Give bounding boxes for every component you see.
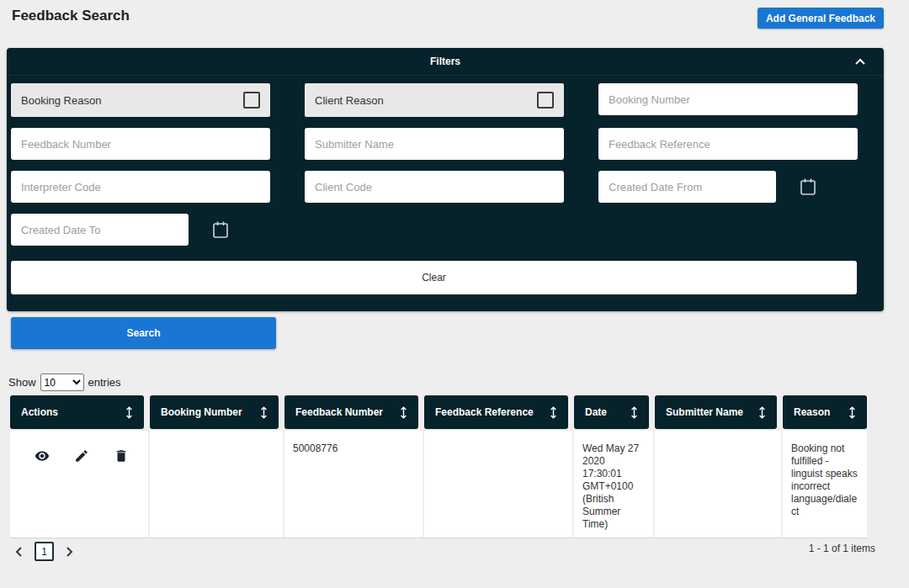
booking-reason-label: Booking Reason (21, 94, 101, 107)
feedback-number-input[interactable] (11, 128, 270, 160)
column-header-booking-number[interactable]: Booking Number (150, 395, 279, 429)
chevron-left-icon[interactable] (13, 545, 25, 559)
created-date-to-input[interactable] (11, 214, 189, 246)
actions-cell (10, 431, 148, 538)
trash-icon[interactable] (114, 448, 129, 464)
eye-icon[interactable] (35, 448, 50, 464)
filters-row-3 (11, 171, 884, 203)
submitter-name-input[interactable] (305, 128, 564, 160)
filters-header: Filters (7, 48, 884, 76)
client-reason-checkbox[interactable] (537, 92, 554, 109)
column-header-feedback-reference[interactable]: Feedback Reference (424, 395, 568, 429)
submitter-name-cell (655, 431, 781, 538)
sort-icon[interactable] (400, 406, 407, 419)
entries-row: Show 10 entries (8, 373, 121, 391)
page-size-select[interactable]: 10 (40, 373, 84, 391)
pagination: 1 (13, 542, 75, 561)
sort-icon[interactable] (758, 406, 766, 419)
feedback-reference-input[interactable] (598, 128, 858, 160)
page-number-button[interactable]: 1 (35, 542, 54, 561)
show-label: Show (8, 376, 36, 389)
column-header-feedback-number[interactable]: Feedback Number (284, 395, 418, 429)
date-cell: Wed May 27 2020 17:30:01 GMT+0100 (Briti… (574, 431, 653, 538)
pagination-summary: 1 - 1 of 1 items (809, 543, 875, 554)
column-header-submitter-name[interactable]: Submitter Name (655, 395, 777, 429)
interpreter-code-input[interactable] (11, 171, 270, 203)
feedback-reference-cell (424, 431, 572, 538)
filters-row-4 (11, 214, 884, 246)
column-header-actions[interactable]: Actions (10, 395, 144, 429)
sort-icon[interactable] (550, 406, 557, 419)
column-header-date[interactable]: Date (574, 395, 649, 429)
search-button[interactable]: Search (11, 317, 276, 349)
client-code-input[interactable] (305, 171, 564, 203)
table-header: Actions Booking Number Feedback Number F… (10, 395, 867, 429)
calendar-icon[interactable] (799, 177, 817, 197)
booking-reason-checkbox[interactable] (243, 92, 260, 109)
entries-label: entries (88, 376, 121, 389)
client-reason-label: Client Reason (315, 94, 384, 107)
chevron-right-icon[interactable] (63, 545, 75, 559)
filters-row-2 (11, 128, 884, 160)
booking-number-input[interactable] (598, 83, 858, 115)
column-header-reason[interactable]: Reason (783, 395, 867, 429)
filters-row-1: Booking Reason Client Reason (11, 83, 884, 117)
created-date-from-input[interactable] (598, 171, 776, 203)
sort-icon[interactable] (125, 406, 133, 419)
clear-button[interactable]: Clear (11, 261, 857, 294)
filters-title: Filters (430, 56, 460, 67)
page-title: Feedback Search (12, 8, 130, 24)
table-row: 50008776 Wed May 27 2020 17:30:01 GMT+01… (10, 431, 867, 538)
filters-panel: Filters Booking Reason Client Reason (7, 48, 884, 311)
sort-icon[interactable] (630, 406, 638, 419)
feedback-number-cell: 50008776 (284, 431, 423, 538)
client-reason-filter[interactable]: Client Reason (305, 83, 564, 117)
calendar-icon[interactable] (211, 220, 230, 240)
reason-cell: Booking not fulfilled - linguist speaks … (783, 431, 867, 538)
add-general-feedback-button[interactable]: Add General Feedback (758, 8, 884, 29)
chevron-up-icon[interactable] (853, 56, 867, 69)
sort-icon[interactable] (260, 406, 268, 419)
pencil-icon[interactable] (74, 448, 89, 464)
sort-icon[interactable] (848, 406, 856, 419)
booking-number-cell (150, 431, 283, 538)
booking-reason-filter[interactable]: Booking Reason (11, 83, 270, 117)
